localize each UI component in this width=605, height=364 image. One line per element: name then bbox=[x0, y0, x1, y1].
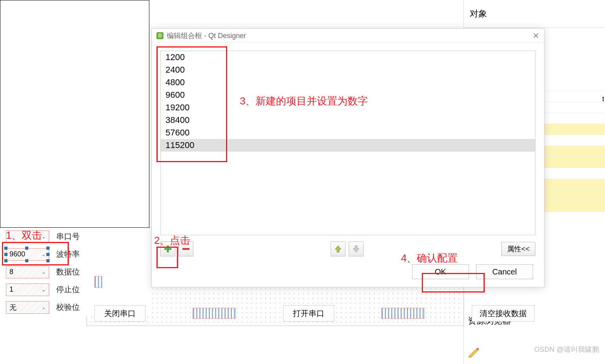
list-item[interactable]: 2400 bbox=[161, 64, 535, 76]
add-item-button[interactable] bbox=[160, 241, 175, 256]
action-buttons-row: 关闭串口 打开串口 清空接收数据 bbox=[94, 305, 535, 322]
edit-combobox-dialog: D 编辑组合框 - Qt Designer ✕ 1200 2400 4800 9… bbox=[151, 28, 544, 287]
minus-icon bbox=[182, 245, 190, 253]
close-icon[interactable]: ✕ bbox=[533, 31, 539, 40]
watermark-text: OSDN @请叫我啸鹏 bbox=[534, 345, 599, 354]
stopbits-combo[interactable]: 1⌄ bbox=[6, 284, 49, 296]
dialog-title-text: 编辑组合框 - Qt Designer bbox=[167, 31, 246, 40]
list-item[interactable]: 19200 bbox=[161, 101, 535, 114]
hatch-decoration bbox=[94, 276, 102, 288]
svg-rect-0 bbox=[183, 248, 189, 250]
arrow-down-icon bbox=[352, 245, 360, 253]
list-item[interactable]: 115200 bbox=[161, 139, 535, 152]
properties-button[interactable]: 属性<< bbox=[501, 242, 535, 256]
list-item[interactable]: 57600 bbox=[161, 126, 535, 139]
design-canvas[interactable] bbox=[0, 0, 149, 228]
serial-settings-form: ⌄ 串口号 9600⌄ 波特率 8⌄ 数据位 1⌄ 停止位 无⌄ 校验位 bbox=[0, 228, 149, 316]
baudrate-combo[interactable]: 9600⌄ bbox=[6, 248, 49, 261]
close-port-button[interactable]: 关闭串口 bbox=[94, 305, 145, 322]
arrow-up-icon bbox=[334, 245, 342, 253]
list-item[interactable]: 9600 bbox=[161, 89, 535, 101]
open-port-button[interactable]: 打开串口 bbox=[283, 305, 334, 322]
list-item[interactable]: 1200 bbox=[161, 51, 535, 64]
move-down-button[interactable] bbox=[349, 241, 364, 256]
list-item[interactable]: 4800 bbox=[161, 76, 535, 89]
object-header: 对象 bbox=[464, 0, 605, 28]
remove-item-button[interactable] bbox=[178, 241, 193, 256]
port-combo[interactable]: ⌄ bbox=[6, 230, 49, 243]
cancel-button[interactable]: Cancel bbox=[476, 264, 533, 279]
plus-icon bbox=[164, 245, 172, 253]
dialog-titlebar[interactable]: D 编辑组合框 - Qt Designer ✕ bbox=[152, 29, 544, 43]
stopbits-label: 停止位 bbox=[56, 284, 80, 295]
ok-button[interactable]: OK bbox=[412, 264, 469, 279]
clear-rx-button[interactable]: 清空接收数据 bbox=[472, 305, 535, 322]
parity-combo[interactable]: 无⌄ bbox=[6, 301, 49, 314]
dialog-toolbar: 属性<< bbox=[152, 239, 544, 260]
databits-label: 数据位 bbox=[56, 267, 80, 277]
parity-label: 校验位 bbox=[56, 302, 80, 313]
baudrate-label: 波特率 bbox=[56, 249, 80, 260]
port-label: 串口号 bbox=[56, 231, 80, 242]
dialog-button-row: OK Cancel bbox=[152, 260, 544, 287]
list-item[interactable]: 38400 bbox=[161, 114, 535, 126]
move-up-button[interactable] bbox=[331, 241, 346, 256]
truncated-label: t bbox=[602, 95, 604, 103]
combobox-items-list[interactable]: 1200 2400 4800 9600 19200 38400 57600 11… bbox=[160, 51, 535, 235]
qt-app-icon: D bbox=[156, 32, 164, 39]
databits-combo[interactable]: 8⌄ bbox=[6, 266, 49, 278]
baudrate-value: 9600 bbox=[9, 250, 25, 258]
pencil-icon bbox=[468, 346, 480, 358]
